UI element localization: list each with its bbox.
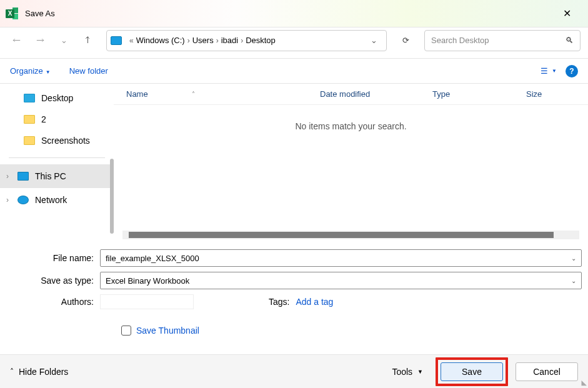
crumb-3[interactable]: Desktop	[246, 36, 276, 45]
sidebar-tree-network[interactable]: › Network	[0, 188, 114, 212]
search-icon: 🔍︎	[566, 36, 574, 45]
crumb-0[interactable]: Windows (C:)	[136, 36, 185, 45]
forward-button[interactable]: 🡒	[31, 31, 49, 51]
address-dropdown[interactable]: ⌄	[366, 36, 382, 45]
save-highlight: Save	[436, 357, 508, 386]
folder-icon	[24, 94, 35, 102]
main-area: Desktop 2 Screenshots › This PC › Networ…	[0, 84, 588, 242]
address-bar[interactable]: « Windows (C:) › Users › ibadi › Desktop…	[106, 30, 387, 51]
file-list: Name˄ Date modified Type Size No items m…	[114, 84, 588, 242]
recent-dropdown[interactable]: ⌄	[55, 31, 72, 51]
filename-input[interactable]: file_example_XLSX_5000 ⌄	[100, 249, 582, 267]
tags-label: Tags:	[269, 297, 289, 307]
tools-menu[interactable]: Tools▼	[392, 367, 423, 377]
bottom-bar: ˄ Hide Folders Tools▼ Save Cancel ◢	[0, 354, 588, 388]
chevron-right-icon[interactable]: ›	[6, 196, 17, 204]
hide-folders-button[interactable]: ˄ Hide Folders	[10, 367, 68, 377]
drive-icon	[111, 36, 122, 45]
col-name[interactable]: Name˄	[114, 89, 307, 99]
nav-row: 🡐 🡒 ⌄ 🡑 « Windows (C:) › Users › ibadi ›…	[0, 27, 588, 59]
save-button[interactable]: Save	[441, 362, 503, 381]
crumb-2[interactable]: ibadi	[221, 36, 238, 45]
sidebar: Desktop 2 Screenshots › This PC › Networ…	[0, 84, 114, 242]
horizontal-scrollbar[interactable]	[122, 231, 579, 239]
excel-icon: X	[7, 7, 20, 20]
new-folder-button[interactable]: New folder	[69, 66, 108, 76]
col-date[interactable]: Date modified	[307, 89, 420, 99]
chevron-down-icon[interactable]: ⌄	[571, 255, 576, 262]
sidebar-item-2[interactable]: 2	[0, 109, 114, 130]
cancel-button[interactable]: Cancel	[516, 362, 578, 381]
empty-message: No items match your search.	[114, 121, 588, 131]
sidebar-tree-this-pc[interactable]: › This PC	[0, 164, 114, 188]
view-menu[interactable]: ☰ ▼	[541, 66, 557, 76]
sidebar-item-desktop[interactable]: Desktop	[0, 87, 114, 109]
col-type[interactable]: Type	[420, 89, 514, 99]
close-button[interactable]: ✕	[553, 0, 581, 27]
resize-grip[interactable]: ◢	[582, 379, 587, 387]
crumb-1[interactable]: Users	[192, 36, 214, 45]
breadcrumb-ellipsis: «	[129, 36, 134, 45]
pc-icon	[17, 172, 29, 181]
col-size[interactable]: Size	[514, 89, 588, 99]
savetype-select[interactable]: Excel Binary Workbook ⌄	[100, 272, 582, 289]
sidebar-item-screenshots[interactable]: Screenshots	[0, 130, 114, 151]
sidebar-divider	[9, 157, 105, 158]
search-placeholder: Search Desktop	[431, 36, 489, 45]
column-headers: Name˄ Date modified Type Size	[114, 84, 588, 105]
chevron-down-icon[interactable]: ⌄	[571, 277, 576, 284]
chevron-right-icon[interactable]: ›	[6, 172, 17, 181]
organize-menu[interactable]: Organize▼	[10, 66, 51, 76]
savetype-label: Save as type:	[6, 276, 100, 286]
folder-icon	[24, 115, 35, 124]
up-button[interactable]: 🡑	[79, 31, 96, 51]
chevron-up-icon: ˄	[10, 367, 14, 376]
search-input[interactable]: Search Desktop 🔍︎	[424, 30, 581, 51]
help-button[interactable]: ?	[566, 65, 578, 77]
form-area: File name: file_example_XLSX_5000 ⌄ Save…	[0, 242, 588, 339]
sort-asc-icon: ˄	[192, 91, 195, 97]
save-thumbnail-checkbox[interactable]	[121, 326, 131, 336]
back-button[interactable]: 🡐	[7, 31, 25, 51]
authors-input[interactable]	[100, 294, 194, 309]
title-bar: X Save As ✕	[0, 0, 588, 27]
add-tag-link[interactable]: Add a tag	[296, 297, 333, 307]
refresh-button[interactable]: ⟳	[393, 30, 418, 51]
authors-label: Authors:	[6, 297, 100, 307]
folder-icon	[24, 136, 35, 145]
filename-label: File name:	[6, 253, 100, 263]
save-thumbnail-label[interactable]: Save Thumbnail	[136, 326, 199, 336]
toolbar: Organize▼ New folder ☰ ▼ ?	[0, 59, 588, 84]
network-icon	[17, 196, 29, 204]
window-title: Save As	[25, 9, 55, 18]
